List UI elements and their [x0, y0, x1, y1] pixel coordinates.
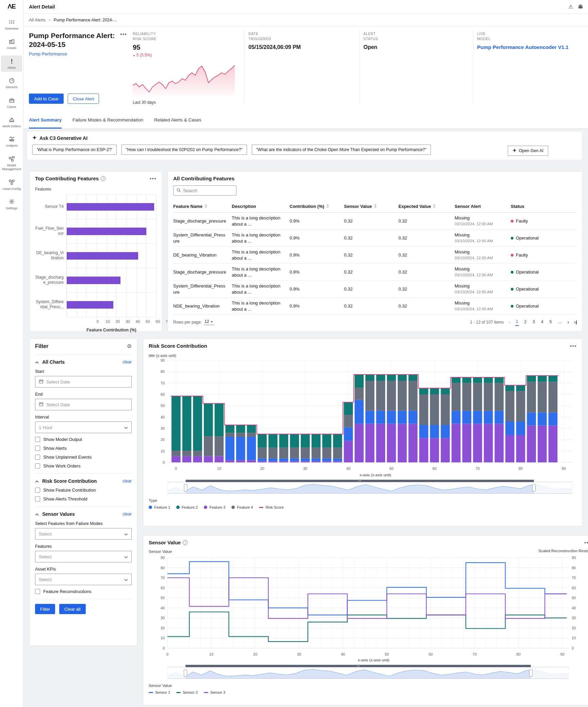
page-number-2[interactable]: 2 [524, 319, 527, 326]
legend-item-sensor-1[interactable]: Sensor 1 [149, 690, 170, 694]
sidebar-item-sensors[interactable]: Sensors [1, 75, 22, 91]
sidebar-item-alerts[interactable]: Alerts [1, 55, 22, 72]
risk-chart-range-slider[interactable] [167, 480, 577, 495]
checkbox-icon[interactable] [35, 446, 40, 451]
table-search[interactable] [173, 185, 236, 196]
column-header-expected-value[interactable]: Expected Value [398, 204, 455, 209]
select-features[interactable]: Select [35, 551, 132, 562]
sensor-chart-overflow-menu[interactable]: ••• [584, 540, 588, 545]
sidebar-item-analysis[interactable]: Analysis [1, 133, 22, 150]
filter-clear-all-button[interactable]: Clear all [59, 604, 86, 614]
table-row[interactable]: System_Differential_PressureThis is a lo… [173, 230, 577, 247]
date-input-end[interactable]: Select Date [35, 399, 132, 410]
column-header-sensor-value[interactable]: Sensor Value [344, 204, 398, 209]
table-row[interactable]: System_Differential_PressureThis is a lo… [173, 281, 577, 298]
risk-chart-overflow-menu[interactable]: ••• [570, 343, 577, 349]
tab-failure-modes-recommendation[interactable]: Failure Modes & Recommendation [72, 112, 143, 129]
alerts-warning-icon[interactable]: ⚠ [569, 4, 573, 10]
sort-icon[interactable] [205, 204, 207, 209]
last-page-icon[interactable]: › [574, 319, 577, 325]
checkbox-icon[interactable] [35, 463, 40, 468]
checkbox-show-work-orders[interactable]: Show Work Orders [35, 463, 132, 468]
cases-briefcase-icon[interactable] [578, 4, 583, 10]
rows-per-page-select[interactable]: 12 ▼ [204, 319, 214, 325]
page-number-5[interactable]: 5 [549, 319, 553, 326]
checkbox-icon[interactable] [35, 488, 40, 493]
sidebar-item-asset-config[interactable]: Asset Config [1, 177, 22, 193]
chevron-up-icon[interactable] [35, 511, 39, 517]
legend-item-sensor-3[interactable]: Sensor 3 [204, 690, 225, 694]
sensor-chart-range-slider[interactable] [167, 665, 588, 680]
clear-link[interactable]: clear [122, 512, 132, 516]
table-row[interactable]: Stage_discharge_pressureThis is a long d… [173, 213, 577, 230]
date-input-start[interactable]: Select Date [35, 376, 132, 388]
close-alert-button[interactable]: Close Alert [68, 94, 99, 104]
clear-link[interactable]: clear [122, 479, 132, 483]
page-number-4[interactable]: 4 [540, 319, 544, 326]
sidebar-item-settings[interactable]: Settings [1, 196, 22, 212]
page-number-1[interactable]: 1 [515, 318, 519, 326]
legend-item-feature-4[interactable]: Feature 4 [231, 505, 253, 509]
top-features-overflow-menu[interactable]: ••• [150, 176, 157, 181]
legend-item-feature-1[interactable]: Feature 1 [149, 505, 170, 509]
select-select-features-from-failure-modes[interactable]: Select [35, 528, 132, 540]
sort-icon[interactable] [433, 204, 436, 209]
chevron-up-icon[interactable] [35, 478, 39, 484]
filter-apply-button[interactable]: Filter [35, 604, 55, 614]
checkbox-show-unplanned-events[interactable]: Show Unplanned Events [35, 455, 132, 460]
genai-question-1[interactable]: 'What is Pump Performance on ESP-2?' [32, 145, 117, 155]
open-gen-ai-button[interactable]: Open Gen AI [508, 146, 548, 156]
checkbox-icon[interactable] [35, 496, 40, 502]
column-header-feature-name[interactable]: Feature Name [173, 204, 232, 209]
genai-panel: Ask C3 Generative AI 'What is Pump Perfo… [27, 131, 583, 160]
checkbox-icon[interactable] [35, 455, 40, 460]
checkbox-feature-reconstructions[interactable]: Feature Reconstructions [35, 589, 132, 594]
legend-item-sensor-2[interactable]: Sensor 2 [176, 690, 198, 694]
checkbox-show-alerts-threshold[interactable]: Show Alerts Threshold [35, 496, 132, 502]
gear-icon[interactable]: ⚙ [127, 343, 132, 349]
sidebar-item-assets[interactable]: Assets [1, 36, 22, 52]
checkbox-show-feature-contribution[interactable]: Show Feature Contribution [35, 488, 132, 493]
previous-page-chevron-icon[interactable]: ‹ [509, 319, 510, 325]
live-model-link[interactable]: Pump Performance Autoencoder V1.1 [477, 44, 586, 50]
chevron-down-icon [124, 531, 128, 537]
filter-section-sensor-values: Sensor Valuesclear [35, 511, 132, 517]
checkbox-show-alerts[interactable]: Show Alerts [35, 446, 132, 451]
sidebar-item-cases[interactable]: Cases [1, 95, 22, 111]
sort-icon[interactable] [326, 204, 329, 209]
page-number-...[interactable]: … [557, 319, 562, 326]
select-asset-kpis[interactable]: Select [35, 574, 132, 585]
search-input[interactable] [183, 188, 227, 193]
sort-icon[interactable] [374, 204, 377, 209]
next-page-chevron-icon[interactable]: › [567, 319, 569, 325]
asset-link[interactable]: Pump Performance [29, 51, 131, 56]
sidebar-item-work-orders[interactable]: Work Orders [1, 114, 22, 130]
checkbox-show-model-output[interactable]: Show Model Output [35, 437, 132, 442]
legend-item-feature-2[interactable]: Feature 2 [176, 505, 198, 509]
clear-link[interactable]: clear [122, 360, 132, 364]
checkbox-icon[interactable] [35, 589, 40, 594]
tab-alert-summary[interactable]: Alert Summary [29, 112, 62, 129]
select-interval[interactable]: 1 Hour [35, 422, 132, 433]
sidebar-item-model-management[interactable]: Model Management [1, 153, 22, 174]
info-icon[interactable]: i [101, 176, 105, 181]
info-icon[interactable]: i [183, 540, 187, 545]
table-row[interactable]: NDE_bearing_VibrationThis is a long desc… [173, 298, 577, 315]
genai-question-3[interactable]: "What are the indicators of the Choke Op… [252, 145, 431, 155]
table-row[interactable]: Stage_discharge_pressureThis is a long d… [173, 264, 577, 281]
chevron-up-icon[interactable] [35, 359, 39, 365]
add-to-case-button[interactable]: Add to Case [29, 94, 64, 104]
breadcrumb-all-alerts[interactable]: All Alerts [29, 18, 46, 22]
x-tick: 50 [146, 319, 150, 324]
sidebar-item-overview[interactable]: Overview [1, 16, 22, 33]
genai-question-2[interactable]: "How can I troubleshoot the 02PI202 on P… [121, 145, 247, 155]
checkbox-icon[interactable] [35, 437, 40, 442]
tab-related-alerts-cases[interactable]: Related Alerts & Cases [154, 112, 201, 129]
table-row[interactable]: DE_bearing_VibrationThis is a long descr… [173, 247, 577, 264]
page-number-3[interactable]: 3 [532, 319, 536, 326]
legend-item-feature-3[interactable]: Feature 3 [204, 505, 225, 509]
alert-overflow-menu[interactable]: ••• [120, 31, 127, 37]
legend-item-risk-score[interactable]: Risk Score [259, 505, 283, 509]
column-header-contribution-[interactable]: Contribution (%) [290, 204, 344, 209]
field-label: Asset KPIs [35, 567, 132, 572]
